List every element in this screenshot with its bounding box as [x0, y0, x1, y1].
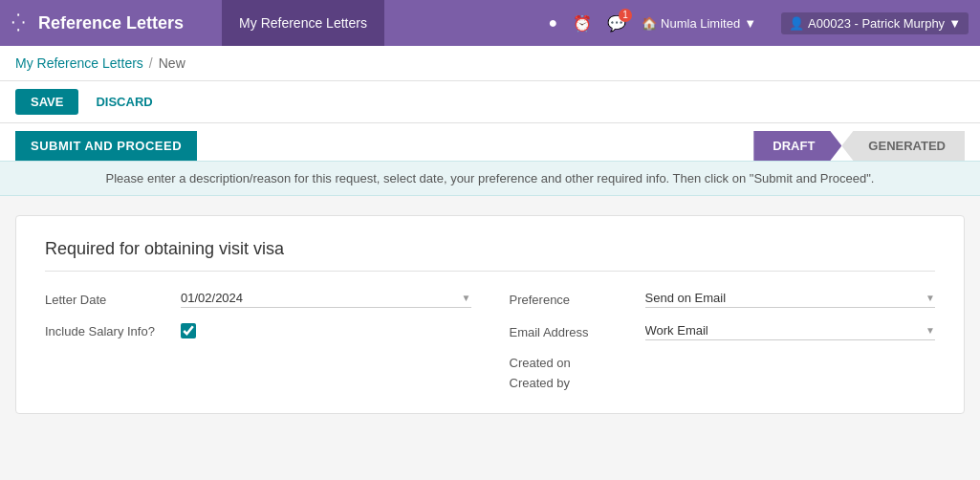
grid-icon[interactable]: ⁛	[11, 12, 25, 33]
email-address-select[interactable]: Work Email	[645, 323, 926, 338]
user-chevron-icon: ▼	[948, 16, 961, 31]
app-title: Reference Letters	[38, 13, 184, 33]
breadcrumb-current: New	[159, 55, 185, 71]
navbar-icons: ● ⏰ 💬 1 🏠 Numla Limited ▼ 👤 A00023 - Pat…	[548, 12, 969, 34]
preference-row: Preference Send on Email ▼	[510, 291, 936, 308]
email-address-row: Email Address Work Email ▼	[510, 323, 936, 340]
company-chevron-icon: ▼	[744, 16, 756, 31]
include-salary-checkbox-cell	[181, 323, 196, 338]
info-banner: Please enter a description/reason for th…	[0, 161, 980, 196]
status-tab-generated[interactable]: GENERATED	[841, 131, 965, 161]
user-icon[interactable]: ●	[548, 14, 557, 32]
status-tabs: DRAFT GENERATED	[753, 131, 965, 161]
preference-select[interactable]: Send on Email	[645, 291, 926, 305]
company-selector[interactable]: 🏠 Numla Limited ▼	[642, 16, 756, 31]
preference-chevron-icon: ▼	[926, 293, 935, 303]
chat-icon[interactable]: 💬 1	[607, 14, 626, 33]
email-address-label: Email Address	[510, 325, 634, 339]
form-left-col: Letter Date ▼ Include Salary Info?	[45, 291, 471, 390]
created-by-row: Created by	[510, 376, 936, 390]
letter-date-label: Letter Date	[45, 293, 169, 307]
clock-icon[interactable]: ⏰	[573, 14, 592, 33]
include-salary-checkbox[interactable]	[181, 323, 196, 338]
include-salary-label: Include Salary Info?	[45, 324, 169, 338]
include-salary-row: Include Salary Info?	[45, 323, 471, 338]
form-title: Required for obtaining visit visa	[45, 239, 935, 272]
status-tab-draft[interactable]: DRAFT	[753, 131, 841, 161]
created-on-row: Created on	[510, 356, 936, 370]
created-by-label: Created by	[510, 376, 634, 390]
discard-button[interactable]: DISCARD	[86, 89, 162, 115]
user-avatar-icon: 👤	[789, 16, 804, 31]
letter-date-chevron-icon: ▼	[462, 293, 471, 303]
letter-date-input-wrapper: ▼	[181, 291, 471, 308]
letter-date-row: Letter Date ▼	[45, 291, 471, 308]
preference-label: Preference	[510, 293, 634, 307]
letter-date-input[interactable]	[181, 291, 462, 305]
toolbar: SAVE DISCARD	[0, 81, 980, 123]
chat-badge: 1	[619, 9, 632, 22]
created-on-label: Created on	[510, 356, 634, 370]
form-card: Required for obtaining visit visa Letter…	[15, 215, 965, 414]
preference-input-wrapper: Send on Email ▼	[645, 291, 936, 308]
breadcrumb: My Reference Letters / New	[0, 46, 980, 81]
breadcrumb-separator: /	[149, 55, 153, 71]
email-chevron-icon: ▼	[926, 325, 935, 336]
form-right-col: Preference Send on Email ▼ Email Address…	[510, 291, 936, 390]
user-selector[interactable]: 👤 A00023 - Patrick Murphy ▼	[781, 12, 969, 34]
navbar: ⁛ Reference Letters My Reference Letters…	[0, 0, 980, 46]
main-content: Required for obtaining visit visa Letter…	[0, 196, 980, 433]
submit-proceed-button[interactable]: SUBMIT AND PROCEED	[15, 131, 197, 161]
save-button[interactable]: SAVE	[15, 89, 78, 115]
email-address-input-wrapper: Work Email ▼	[645, 323, 936, 340]
nav-tab-my-reference-letters[interactable]: My Reference Letters	[222, 0, 385, 46]
form-grid: Letter Date ▼ Include Salary Info?	[45, 291, 935, 390]
submit-area: SUBMIT AND PROCEED DRAFT GENERATED	[0, 123, 980, 161]
company-icon: 🏠	[642, 16, 657, 31]
breadcrumb-link[interactable]: My Reference Letters	[15, 55, 143, 71]
